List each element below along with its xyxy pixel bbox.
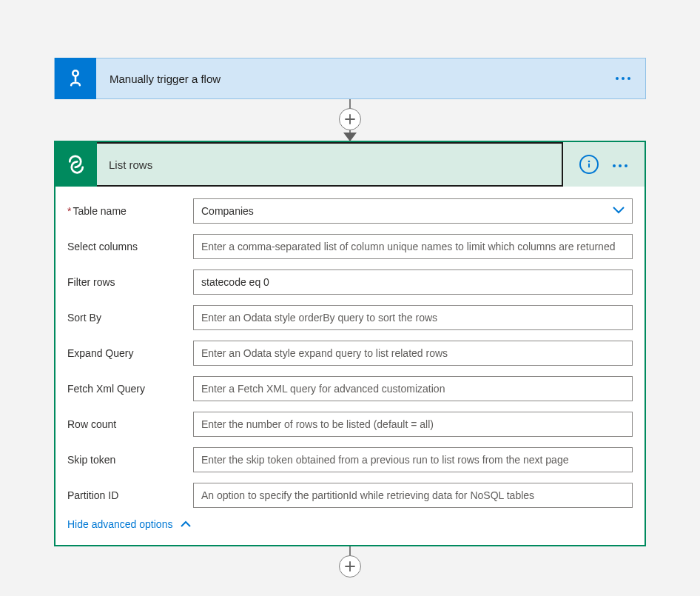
- insert-step-button[interactable]: [339, 108, 361, 130]
- trigger-title: Manually trigger a flow: [96, 73, 601, 85]
- row-count-input[interactable]: [193, 412, 633, 437]
- arrow-down-icon: [343, 133, 357, 141]
- action-body: * Table name Select columns Filter rows: [55, 187, 645, 545]
- info-button[interactable]: [579, 155, 599, 174]
- row-skip-token: Skip token: [67, 447, 633, 472]
- action-header[interactable]: List rows: [55, 142, 645, 187]
- action-card: List rows: [54, 141, 646, 546]
- sort-by-input[interactable]: [193, 305, 633, 330]
- insert-step-button-bottom[interactable]: [339, 555, 361, 577]
- svg-point-2: [622, 77, 625, 80]
- skip-token-input[interactable]: [193, 447, 633, 472]
- plus-icon: [345, 561, 355, 572]
- row-table-name: * Table name: [67, 198, 633, 224]
- info-icon: [584, 159, 594, 170]
- label-partition-id: Partition ID: [67, 489, 193, 501]
- svg-point-3: [627, 77, 630, 80]
- label-select-columns: Select columns: [67, 241, 193, 252]
- label-fetch-xml: Fetch Xml Query: [67, 383, 193, 395]
- row-partition-id: Partition ID: [67, 483, 633, 508]
- label-text: Table name: [73, 205, 126, 217]
- row-select-columns: Select columns: [67, 234, 633, 259]
- dataverse-icon: [65, 153, 87, 175]
- action-icon-box: [55, 142, 97, 187]
- label-row-count: Row count: [67, 418, 193, 430]
- more-horizontal-icon: [612, 164, 628, 168]
- filter-rows-input[interactable]: [193, 269, 633, 295]
- svg-point-6: [613, 164, 616, 167]
- row-sort-by: Sort By: [67, 305, 633, 330]
- more-horizontal-icon: [615, 76, 631, 81]
- svg-rect-5: [588, 164, 590, 168]
- fetch-xml-input[interactable]: [193, 376, 633, 401]
- action-more-button[interactable]: [612, 158, 628, 170]
- touch-icon: [65, 68, 86, 89]
- label-filter-rows: Filter rows: [67, 276, 193, 288]
- label-table-name: * Table name: [67, 205, 193, 217]
- select-columns-input[interactable]: [193, 234, 633, 259]
- partition-id-input[interactable]: [193, 483, 633, 508]
- required-star-icon: *: [67, 205, 71, 217]
- svg-point-8: [625, 164, 627, 167]
- label-expand-query: Expand Query: [67, 347, 193, 359]
- plus-icon: [345, 114, 355, 124]
- advanced-toggle-label: Hide advanced options: [67, 518, 172, 530]
- svg-point-4: [588, 161, 590, 163]
- action-title[interactable]: List rows: [97, 142, 563, 187]
- expand-query-input[interactable]: [193, 341, 633, 366]
- svg-point-1: [616, 77, 619, 80]
- row-fetch-xml: Fetch Xml Query: [67, 376, 633, 401]
- hide-advanced-options-toggle[interactable]: Hide advanced options: [67, 518, 633, 530]
- row-filter-rows: Filter rows: [67, 269, 633, 295]
- row-row-count: Row count: [67, 412, 633, 437]
- table-name-select[interactable]: [193, 198, 633, 224]
- connector-top: [349, 99, 351, 141]
- label-sort-by: Sort By: [67, 312, 193, 324]
- row-expand-query: Expand Query: [67, 341, 633, 366]
- chevron-up-icon: [180, 520, 192, 528]
- trigger-icon-box: [55, 58, 96, 99]
- connector-bottom: [349, 546, 351, 576]
- svg-point-7: [619, 164, 622, 167]
- trigger-more-button[interactable]: [601, 76, 645, 81]
- label-skip-token: Skip token: [67, 454, 193, 466]
- trigger-card[interactable]: Manually trigger a flow: [54, 58, 646, 99]
